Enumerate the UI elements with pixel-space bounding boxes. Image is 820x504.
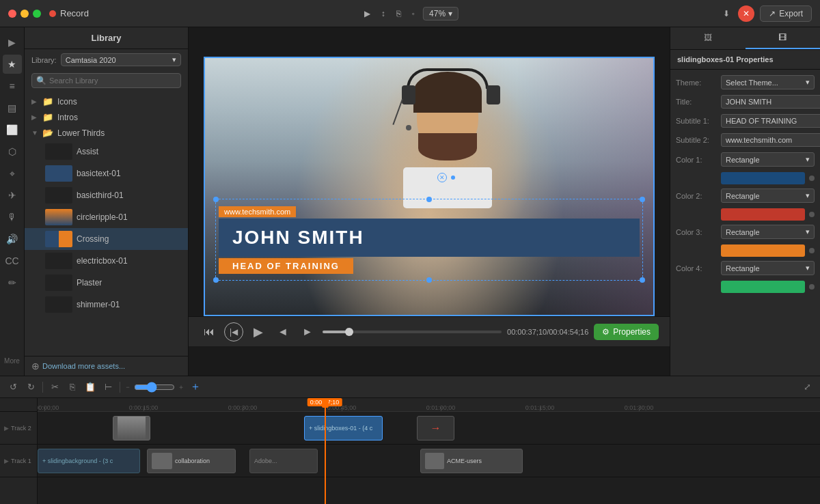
maximize-button[interactable] [33, 10, 41, 18]
tree-item-crossing[interactable]: Crossing [25, 228, 188, 250]
expand-timeline-btn[interactable]: ⤢ [800, 380, 815, 395]
tree-item-basicthird[interactable]: basicthird-01 [25, 184, 188, 206]
library-dropdown[interactable]: Camtasia 2020 ▾ [61, 53, 181, 66]
item-label: basictext-01 [77, 169, 121, 178]
tree-item-basictext[interactable]: basictext-01 [25, 163, 188, 184]
color2-type-dropdown[interactable]: Rectangle ▾ [721, 188, 815, 203]
color3-dot[interactable] [809, 248, 815, 253]
time-display: 00:00:37;10/00:04:54;16 [507, 328, 588, 336]
clip-thumbnail [425, 453, 444, 469]
play-btn[interactable]: ▶ [249, 322, 268, 341]
paste-btn[interactable]: 📋 [83, 380, 98, 395]
color1-dot[interactable] [809, 176, 815, 181]
track1-empty-clip[interactable]: Adobe... [249, 449, 318, 473]
color4-swatch[interactable] [721, 281, 805, 293]
sidebar-star-icon[interactable]: ★ [3, 55, 22, 74]
sidebar-media-icon[interactable]: ▶ [3, 33, 22, 52]
sidebar-more-label[interactable]: More [3, 351, 22, 370]
title-input[interactable] [721, 95, 820, 109]
search-bar: 🔍 [31, 73, 181, 88]
track1-acme-clip[interactable]: ACME-users [420, 449, 523, 473]
clip-label: collaboration [175, 458, 210, 464]
video-preview[interactable]: ✕ www.techsmith.com JOHN SMITH HEAD OF T… [204, 57, 655, 316]
tree-item-electricbox[interactable]: electricbox-01 [25, 250, 188, 272]
theme-dropdown[interactable]: Select Theme... ▾ [721, 75, 815, 89]
ruler-line-0 [44, 407, 45, 411]
sidebar-cc-icon[interactable]: CC [3, 251, 22, 270]
search-input[interactable] [49, 76, 176, 85]
step-back-btn[interactable]: |◀ [224, 322, 243, 341]
sidebar-zoom-icon[interactable]: ✈ [3, 186, 22, 205]
sidebar-transitions-icon[interactable]: ⬜ [3, 120, 22, 139]
color1-swatch[interactable] [721, 172, 805, 184]
tree-item-circleripple[interactable]: circleripple-01 [25, 206, 188, 228]
subtitle1-input[interactable] [721, 114, 820, 128]
sidebar-layers-icon[interactable]: ≡ [3, 76, 22, 96]
subtitle2-input[interactable] [721, 133, 820, 147]
zoom-range-input[interactable] [134, 382, 175, 393]
color2-dot[interactable] [809, 212, 815, 217]
sidebar-animations-icon[interactable]: ⬡ [3, 142, 22, 161]
close-button[interactable] [8, 10, 16, 18]
sidebar-pen-icon[interactable]: ✏ [3, 273, 22, 292]
progress-bar[interactable] [323, 331, 502, 333]
tab-clip[interactable]: 🎞 [746, 27, 821, 49]
copy-btn[interactable]: ⎘ [65, 380, 80, 395]
title-row: Title: a ⋯ [676, 95, 815, 109]
playback-controls: ⏮ |◀ ▶ ◄ ► 00:00:37;10/00:04:54;16 ⚙ Pro… [189, 316, 670, 346]
track2-arrow-clip[interactable]: → [417, 416, 454, 440]
undo-btn[interactable]: ↺ [5, 380, 20, 395]
add-track-btn[interactable]: ＋ [190, 380, 201, 394]
rewind-btn[interactable]: ⏮ [200, 322, 219, 341]
color3-swatch[interactable] [721, 244, 805, 257]
move-tool-btn[interactable]: ↕ [379, 8, 388, 20]
tree-item-plaster[interactable]: Plaster [25, 272, 188, 294]
sidebar-cursor-icon[interactable]: ⌖ [3, 164, 22, 183]
track1-bg-clip[interactable]: + slidingbackground - (3 c [38, 449, 140, 473]
tree-item-lowerthirds[interactable]: ▼ 📂 Lower Thirds [25, 125, 188, 141]
color4-dot[interactable] [809, 284, 815, 290]
track2-thumb-clip[interactable] [113, 416, 150, 440]
color3-type-dropdown[interactable]: Rectangle ▾ [721, 225, 815, 239]
properties-button[interactable]: ⚙ Properties [594, 324, 659, 340]
tree-item-shimmer[interactable]: shimmer-01 [25, 294, 188, 316]
sidebar-voice-icon[interactable]: 🔊 [3, 229, 22, 249]
split-btn[interactable]: ⊢ [100, 380, 115, 395]
tab-media[interactable]: 🖼 [670, 27, 746, 49]
prev-frame-btn[interactable]: ◄ [273, 322, 292, 341]
select-tool-btn[interactable]: ▶ [361, 8, 373, 20]
download-btn[interactable]: ⬇ [720, 8, 733, 20]
color2-swatch[interactable] [721, 208, 805, 221]
playhead[interactable] [325, 398, 326, 504]
track1-collaboration-clip[interactable]: collaboration [147, 449, 236, 473]
track2-slidingboxes-clip[interactable]: + slidingboxes-01 - (4 c [304, 416, 383, 440]
tree-item-assist[interactable]: Assist [25, 141, 188, 163]
folder-open-icon: 📂 [42, 128, 53, 138]
crop-tool-btn[interactable]: ⎘ [394, 8, 404, 20]
stop-btn[interactable]: ✕ [738, 5, 754, 22]
minimize-button[interactable] [20, 10, 29, 18]
thumb-plaster [45, 275, 72, 291]
more-icon: ⊕ [31, 361, 40, 372]
color2-label: Color 2: [676, 192, 717, 200]
item-label: Assist [77, 147, 98, 156]
sidebar-caption-icon[interactable]: ▤ [3, 98, 22, 117]
sidebar-audio-icon[interactable]: 🎙 [3, 208, 22, 227]
track2-expand-icon[interactable]: ▶ [4, 425, 9, 432]
annotation-tool-btn[interactable]: ◦ [409, 8, 418, 20]
cut-btn[interactable]: ✂ [47, 380, 62, 395]
color4-type-dropdown[interactable]: Rectangle ▾ [721, 261, 815, 275]
ruler-line-45 [342, 407, 342, 411]
next-frame-btn[interactable]: ► [298, 322, 317, 341]
tree-item-intros[interactable]: ▶ 📁 Intros [25, 109, 188, 125]
zoom-in-icon: ＋ [178, 382, 184, 392]
tree-item-icons[interactable]: ▶ 📁 Icons [25, 94, 188, 109]
tree-label: Icons [57, 97, 77, 107]
export-button[interactable]: ↗ Export [760, 5, 812, 22]
zoom-display[interactable]: 47% ▾ [423, 7, 459, 20]
redo-btn[interactable]: ↻ [23, 380, 38, 395]
track1-expand-icon[interactable]: ▶ [4, 458, 9, 464]
download-more-link[interactable]: Download more assets... [42, 362, 125, 370]
item-label: shimmer-01 [77, 300, 120, 309]
color1-type-dropdown[interactable]: Rectangle ▾ [721, 152, 815, 167]
